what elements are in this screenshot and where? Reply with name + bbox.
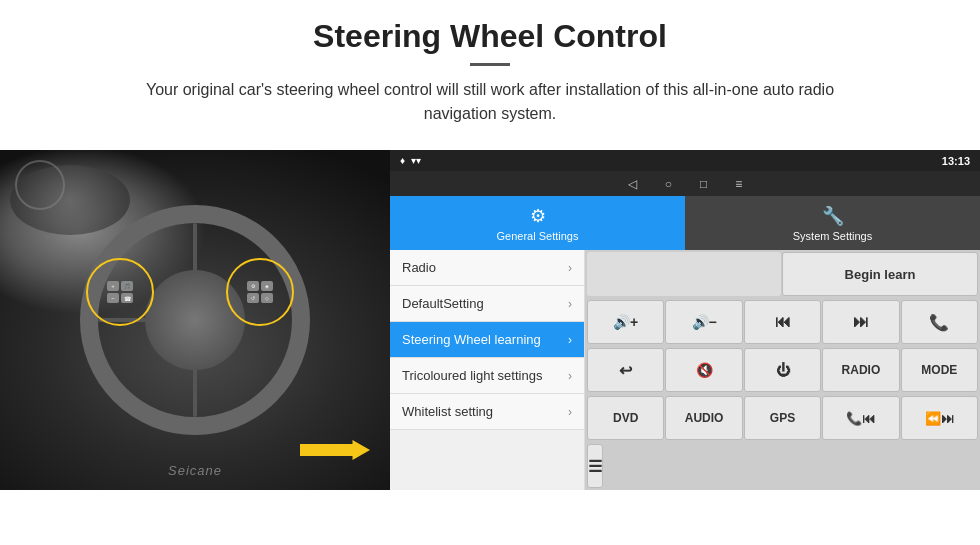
control-row-3: DVD AUDIO GPS 📞⏮ ⏪⏭	[585, 394, 980, 442]
menu-label-radio: Radio	[402, 260, 436, 275]
control-row-2: ↩ 🔇 ⏻ RADIO MODE	[585, 346, 980, 394]
menu-label-steering: Steering Wheel learning	[402, 332, 541, 347]
location-icon: ♦	[400, 155, 405, 166]
nav-recents-btn[interactable]: □	[700, 177, 707, 191]
tab-general-label: General Settings	[497, 230, 579, 242]
menu-item-steering-wheel[interactable]: Steering Wheel learning ›	[390, 322, 584, 358]
menu-label-tricoloured: Tricoloured light settings	[402, 368, 542, 383]
subtitle-text: Your original car's steering wheel contr…	[110, 78, 870, 126]
page-wrapper: Steering Wheel Control Your original car…	[0, 0, 980, 490]
settings-tabs: ⚙ General Settings 🔧 System Settings	[390, 196, 980, 250]
audio-button[interactable]: AUDIO	[665, 396, 742, 440]
chevron-icon-radio: ›	[568, 261, 572, 275]
page-title: Steering Wheel Control	[60, 18, 920, 55]
android-panel: ♦ ▾▾ 13:13 ◁ ○ □ ≡ ⚙ General Settings 🔧	[390, 150, 980, 490]
begin-learn-button[interactable]: Begin learn	[782, 252, 978, 296]
android-status-bar: ♦ ▾▾ 13:13	[390, 150, 980, 171]
phone-button[interactable]: 📞	[901, 300, 978, 344]
empty-space	[587, 252, 781, 296]
power-button[interactable]: ⏻	[744, 348, 821, 392]
header-section: Steering Wheel Control Your original car…	[0, 0, 980, 150]
menu-label-defaultsetting: DefaultSetting	[402, 296, 484, 311]
volume-down-button[interactable]: 🔊−	[665, 300, 742, 344]
power-icon: ⏻	[776, 362, 790, 378]
menu-panel: Radio › DefaultSetting › Steering Wheel …	[390, 250, 585, 490]
dvd-button[interactable]: DVD	[587, 396, 664, 440]
audio-label: AUDIO	[685, 411, 724, 425]
wifi-icon: ▾▾	[411, 155, 421, 166]
chevron-icon-steering: ›	[568, 333, 572, 347]
system-icon: 🔧	[822, 205, 844, 227]
back-button[interactable]: ↩	[587, 348, 664, 392]
volume-up-button[interactable]: 🔊+	[587, 300, 664, 344]
phone-prev-icon: 📞⏮	[846, 411, 875, 426]
status-time: 13:13	[942, 155, 970, 167]
control-row-4: ☰	[585, 442, 980, 490]
mode-label: MODE	[921, 363, 957, 377]
tab-system-label: System Settings	[793, 230, 872, 242]
volume-up-icon: 🔊+	[613, 314, 638, 330]
list-icon: ☰	[588, 457, 602, 476]
mode-button[interactable]: MODE	[901, 348, 978, 392]
tab-general-settings[interactable]: ⚙ General Settings	[390, 196, 685, 250]
main-content: Radio › DefaultSetting › Steering Wheel …	[390, 250, 980, 490]
gps-button[interactable]: GPS	[744, 396, 821, 440]
android-nav-bar: ◁ ○ □ ≡	[390, 171, 980, 196]
control-row-1: 🔊+ 🔊− ⏮ ⏭ 📞	[585, 298, 980, 346]
prev-track-button[interactable]: ⏮	[744, 300, 821, 344]
content-area: + 🎵 − ☎ ⚙ ◈ ↺ ◇ Seicane	[0, 150, 980, 490]
back-icon: ↩	[619, 361, 632, 380]
nav-menu-btn[interactable]: ≡	[735, 177, 742, 191]
control-row-0: Begin learn	[585, 250, 980, 298]
watermark: Seicane	[168, 463, 222, 478]
menu-item-whitelist[interactable]: Whitelist setting ›	[390, 394, 584, 430]
chevron-icon-whitelist: ›	[568, 405, 572, 419]
volume-down-icon: 🔊−	[692, 314, 717, 330]
steering-wheel-photo: + 🎵 − ☎ ⚙ ◈ ↺ ◇ Seicane	[0, 150, 390, 490]
nav-home-btn[interactable]: ○	[665, 177, 672, 191]
arrow-indicator	[300, 440, 370, 460]
title-divider	[470, 63, 510, 66]
chevron-icon-default: ›	[568, 297, 572, 311]
skip-icon: ⏪⏭	[925, 411, 954, 426]
control-panel: Begin learn 🔊+ 🔊− ⏮	[585, 250, 980, 490]
menu-item-defaultsetting[interactable]: DefaultSetting ›	[390, 286, 584, 322]
menu-item-tricoloured[interactable]: Tricoloured light settings ›	[390, 358, 584, 394]
menu-label-whitelist: Whitelist setting	[402, 404, 493, 419]
gps-label: GPS	[770, 411, 795, 425]
next-icon: ⏭	[853, 313, 869, 331]
menu-list-button[interactable]: ☰	[587, 444, 603, 488]
phone-prev-button[interactable]: 📞⏮	[822, 396, 899, 440]
status-left-icons: ♦ ▾▾	[400, 155, 421, 166]
chevron-icon-tricoloured: ›	[568, 369, 572, 383]
left-button-cluster: + 🎵 − ☎	[86, 258, 154, 326]
radio-label: RADIO	[842, 363, 881, 377]
dvd-label: DVD	[613, 411, 638, 425]
radio-mode-button[interactable]: RADIO	[822, 348, 899, 392]
menu-item-radio[interactable]: Radio ›	[390, 250, 584, 286]
skip-button[interactable]: ⏪⏭	[901, 396, 978, 440]
gear-icon: ⚙	[530, 205, 546, 227]
mute-icon: 🔇	[696, 362, 713, 378]
next-track-button[interactable]: ⏭	[822, 300, 899, 344]
nav-back-btn[interactable]: ◁	[628, 177, 637, 191]
tab-system-settings[interactable]: 🔧 System Settings	[685, 196, 980, 250]
right-button-cluster: ⚙ ◈ ↺ ◇	[226, 258, 294, 326]
phone-icon: 📞	[929, 313, 949, 332]
mute-button[interactable]: 🔇	[665, 348, 742, 392]
prev-icon: ⏮	[775, 313, 791, 331]
